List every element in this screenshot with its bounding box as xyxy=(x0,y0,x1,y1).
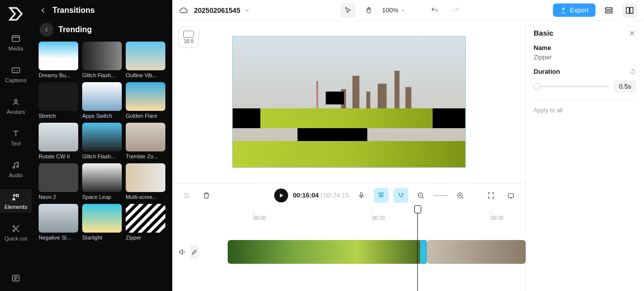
aspect-ratio-badge[interactable]: 16:9 xyxy=(178,27,199,48)
nav-label: Text xyxy=(11,141,21,146)
back-button[interactable] xyxy=(40,23,53,37)
cloud-icon[interactable] xyxy=(179,6,188,15)
chevron-down-icon xyxy=(244,7,250,13)
redo-button[interactable] xyxy=(448,3,463,18)
thumb-label: Rotate CW II xyxy=(39,153,78,159)
export-label: Export xyxy=(570,6,589,14)
name-label: Name xyxy=(534,44,636,51)
playhead[interactable] xyxy=(417,207,418,291)
svg-point-5 xyxy=(13,194,15,196)
clip-1[interactable] xyxy=(228,240,422,264)
reset-icon[interactable] xyxy=(629,68,636,75)
transition-item[interactable]: Glitch Flash... xyxy=(82,42,122,78)
panel-title: Transitions xyxy=(52,6,95,15)
transition-item[interactable]: Tremble Zo... xyxy=(126,123,165,159)
thumb-label: Neon 2 xyxy=(39,194,78,200)
ruler-mark: 00:20 xyxy=(491,215,503,221)
thumb-label: Glitch Flash... xyxy=(82,72,122,78)
nav-label: Elements xyxy=(4,204,27,210)
layout-button-2[interactable] xyxy=(622,3,637,18)
transition-item[interactable]: Negative Sl... xyxy=(39,204,78,241)
undo-button[interactable] xyxy=(427,3,442,18)
thumb-label: Space Leap xyxy=(82,194,122,200)
pointer-tool[interactable] xyxy=(341,3,355,18)
track-mute-button[interactable] xyxy=(177,244,187,259)
apply-to-all-button[interactable]: Apply to all xyxy=(534,107,636,114)
ruler-mark: 00:00 xyxy=(253,215,266,221)
zoom-out-button[interactable] xyxy=(413,188,428,203)
svg-rect-16 xyxy=(360,193,362,196)
svg-rect-11 xyxy=(605,11,612,13)
thumb-label: Golden Flare xyxy=(126,113,165,119)
svg-rect-17 xyxy=(380,193,382,196)
transition-item[interactable]: Apps Switch xyxy=(82,82,122,119)
clip-2[interactable] xyxy=(427,240,526,264)
duration-value[interactable]: 0.5s xyxy=(614,80,636,93)
transition-item[interactable]: Outline Vib... xyxy=(126,42,165,78)
zoom-value: 100% xyxy=(382,6,398,14)
nav-more[interactable] xyxy=(0,270,32,286)
timeline-ruler[interactable]: 00:00 00:10 00:20 xyxy=(198,207,525,221)
current-time: 00:16:04 xyxy=(293,192,319,199)
nav-elements[interactable]: Elements xyxy=(0,189,32,213)
preview-canvas[interactable] xyxy=(233,37,465,167)
snap-button[interactable] xyxy=(394,188,408,203)
fullscreen-button[interactable] xyxy=(503,188,518,203)
transition-item[interactable]: Neon 2 xyxy=(39,163,78,200)
layout-button-1[interactable] xyxy=(601,3,616,18)
mic-button[interactable] xyxy=(354,188,369,203)
timeline[interactable]: 00:00 00:10 00:20 xyxy=(172,207,525,291)
hand-tool[interactable] xyxy=(361,3,376,18)
transition-item[interactable]: Dreamy Bu... xyxy=(39,42,78,78)
transition-item[interactable]: Space Leap xyxy=(82,163,122,200)
total-time: 00:24:15 xyxy=(324,192,349,199)
transition-item[interactable]: Zipper xyxy=(126,204,165,241)
project-title[interactable]: 202502061545 xyxy=(194,6,250,14)
svg-rect-12 xyxy=(626,7,629,13)
duration-slider[interactable] xyxy=(534,86,609,87)
nav-quickcut[interactable]: Quick cut xyxy=(0,221,32,244)
svg-point-2 xyxy=(15,99,17,102)
transition-marker[interactable] xyxy=(420,240,427,264)
chevron-down-icon xyxy=(400,8,405,13)
nav-text[interactable]: Text xyxy=(0,126,32,149)
transition-item[interactable]: Multi-scree... xyxy=(126,163,165,200)
chevron-left-icon[interactable] xyxy=(40,7,47,14)
fit-button[interactable] xyxy=(484,188,498,203)
transition-item[interactable]: Golden Flare xyxy=(126,82,165,119)
play-button[interactable] xyxy=(274,189,288,202)
category-title: Trending xyxy=(58,25,92,34)
thumb-label: Starlight xyxy=(82,235,122,241)
transition-item[interactable]: Starlight xyxy=(82,204,122,241)
svg-rect-22 xyxy=(508,194,514,197)
track-edit-button[interactable] xyxy=(190,244,199,259)
svg-rect-0 xyxy=(12,36,20,42)
upload-icon xyxy=(560,7,567,14)
nav-media[interactable]: Media xyxy=(0,31,32,54)
zoom-level[interactable]: 100% xyxy=(382,6,405,14)
nav-audio[interactable]: Audio xyxy=(0,157,32,181)
video-track[interactable] xyxy=(228,240,526,264)
auto-caption-button[interactable] xyxy=(374,188,389,203)
nav-label: Quick cut xyxy=(4,236,27,242)
nav-avatars[interactable]: Avatars xyxy=(0,94,32,118)
zoom-in-button[interactable] xyxy=(453,188,468,203)
thumb-label: Outline Vib... xyxy=(126,72,165,78)
transition-item[interactable]: Glitch Flash... xyxy=(82,123,122,159)
zoom-slider[interactable] xyxy=(433,195,448,196)
thumb-label: Glitch Flash... xyxy=(82,153,122,159)
transition-item[interactable]: Stretch xyxy=(39,82,78,119)
svg-rect-10 xyxy=(605,7,612,9)
svg-point-18 xyxy=(383,193,383,193)
svg-point-4 xyxy=(17,166,18,167)
svg-rect-6 xyxy=(16,194,18,196)
export-button[interactable]: Export xyxy=(553,3,595,17)
app-logo[interactable] xyxy=(7,5,25,23)
split-button[interactable] xyxy=(179,188,194,203)
duration-label: Duration xyxy=(534,68,560,75)
transition-item[interactable]: Rotate CW II xyxy=(39,123,78,159)
close-icon[interactable] xyxy=(628,29,636,37)
delete-button[interactable] xyxy=(199,188,214,203)
nav-captions[interactable]: Captions xyxy=(0,62,32,86)
properties-panel: Basic Name Zipper Duration 0.5s Apply to… xyxy=(525,21,644,291)
